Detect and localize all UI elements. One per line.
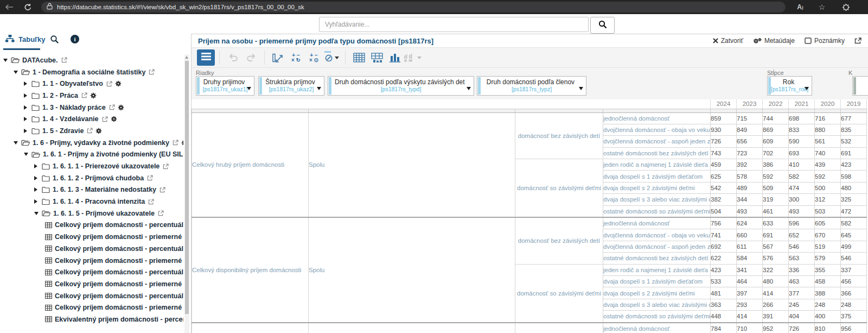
row-dim-struktura-prijmov[interactable]: Štruktúra príjmov [ps1817rs_ukaz2]: [258, 76, 324, 96]
expand-arrow-icon[interactable]: [24, 93, 31, 98]
redo-button[interactable]: [242, 49, 260, 66]
tree-item[interactable]: 1. 4 - Vzdelávanie: [0, 113, 183, 125]
tree-item[interactable]: 1. 6. 1. 2 - Príjmová chudoba: [0, 172, 183, 184]
bar-chart-view-button[interactable]: [386, 49, 404, 66]
external-link-icon[interactable]: [102, 116, 108, 122]
tree-item[interactable]: 1. 6. 1. 1 - Prierezové ukazovatele: [0, 160, 183, 172]
collapse-arrow-icon[interactable]: [3, 59, 10, 62]
site-lock-icon[interactable]: [47, 2, 53, 12]
tree-item[interactable]: 1. 6. 1. 5 - Príjmové ukazovatele: [0, 208, 183, 219]
menu-button[interactable]: [197, 49, 215, 66]
tree-item[interactable]: Celkový príjem domácnosti - priemerné pr…: [0, 255, 183, 267]
gear-icon[interactable]: [111, 116, 117, 122]
tree-item[interactable]: Celkový príjem domácnosti - priemerné pr…: [0, 278, 183, 290]
recalculate-rows-button[interactable]: + −× ↻: [287, 49, 305, 66]
info-icon[interactable]: i: [71, 35, 79, 43]
external-link-icon[interactable]: [173, 140, 178, 146]
gear-icon[interactable]: [95, 128, 102, 134]
tree-item[interactable]: 1. 6 - Príjmy, výdavky a životné podmien…: [0, 137, 183, 149]
collapse-arrow-icon[interactable]: [24, 153, 31, 156]
refresh-icon[interactable]: [22, 2, 34, 12]
external-link-icon[interactable]: [87, 128, 93, 134]
undo-button[interactable]: [224, 49, 242, 66]
table-chart-view-button[interactable]: [368, 49, 386, 66]
url-bar[interactable]: https://datacube.statistics.sk/#!/view/s…: [41, 2, 786, 12]
collapse-arrow-icon[interactable]: [14, 71, 21, 74]
browser-settings-icon[interactable]: [840, 2, 852, 12]
clipped-dim-box[interactable]: [852, 76, 868, 96]
gear-icon[interactable]: [181, 140, 183, 146]
tree-item[interactable]: Ekvivalentný príjem domácnosti - percent…: [0, 313, 183, 325]
tab-tables[interactable]: Tabuľky: [5, 35, 46, 44]
external-link-icon[interactable]: [163, 164, 169, 169]
tree-item[interactable]: DATAcube.: [0, 54, 183, 66]
value-cell: 363: [711, 299, 737, 310]
external-link-icon[interactable]: [148, 199, 154, 205]
search-button[interactable]: [590, 17, 615, 34]
tree-item[interactable]: Celkový príjem domácnosti - priemerné pr…: [0, 231, 183, 243]
metadata-button[interactable]: Metaúdaje: [753, 37, 795, 45]
recalculate-time-button[interactable]: + −× ⊙: [305, 49, 323, 66]
tree-item-label: Celkový príjem domácnosti - priemerné pr…: [55, 280, 183, 288]
row-dim-druhy-prijmov[interactable]: Druhy prijimov [ps1817rs_ukaz1]: [196, 76, 254, 96]
pivot-transpose-button[interactable]: [269, 49, 287, 66]
external-link-icon[interactable]: [106, 81, 112, 87]
tree-item[interactable]: 1. 2 - Práca: [0, 90, 183, 102]
table-view-button[interactable]: [350, 49, 368, 66]
hide-zero-button[interactable]: ⊘: [323, 49, 341, 66]
tree-item[interactable]: 1. 5 - Zdravie: [0, 125, 183, 137]
value-cell: 248: [841, 299, 867, 310]
scroll-up-arrow-icon[interactable]: [185, 56, 188, 59]
tree-item[interactable]: 1. 6. 1. 3 - Materiálne nedostatky: [0, 184, 183, 196]
tree-item[interactable]: Celkový príjem domácnosti - percentuálne…: [0, 219, 183, 231]
row-dim-typ-domacnosti-deti[interactable]: Druh domácnosti podľa výskytu závislých …: [328, 76, 474, 96]
expand-arrow-icon[interactable]: [34, 187, 41, 192]
household-group-cell: domácnosť bez závislých detí: [515, 217, 603, 264]
tree-item[interactable]: 1. 6. 1. 4 - Pracovná intenzita: [0, 196, 183, 208]
tree-item[interactable]: Celkový príjem domácnosti - percentuálne…: [0, 266, 183, 278]
external-link-icon[interactable]: [81, 92, 87, 98]
expand-arrow-icon[interactable]: [34, 164, 41, 168]
favorite-star-icon[interactable]: ☆: [816, 2, 828, 12]
gear-icon[interactable]: [118, 104, 124, 111]
gear-icon[interactable]: [115, 80, 122, 87]
external-link-icon[interactable]: [149, 69, 155, 75]
search-input[interactable]: [319, 17, 589, 32]
expand-arrow-icon[interactable]: [24, 81, 31, 86]
read-aloud-icon[interactable]: A): [794, 2, 806, 12]
share-external-icon[interactable]: [854, 37, 861, 44]
close-button[interactable]: Zatvoriť: [713, 37, 743, 45]
tree-item[interactable]: 1. 6. 1 - Príjmy a životné podmienky (EU…: [0, 149, 183, 161]
external-link-icon[interactable]: [61, 57, 67, 63]
collapse-arrow-icon[interactable]: [34, 212, 41, 215]
url-text: https://datacube.statistics.sk/#!/view/s…: [57, 4, 304, 10]
expand-arrow-icon[interactable]: [24, 105, 31, 110]
expand-arrow-icon[interactable]: [34, 199, 41, 204]
tree-item[interactable]: 1. 1 - Obyvateľstvo: [0, 78, 183, 90]
scrollbar-thumb[interactable]: [185, 61, 189, 314]
sidebar-scrollbar[interactable]: [184, 54, 189, 333]
tree-item[interactable]: 1 - Demografia a sociálne štatistiky: [0, 66, 183, 78]
more-charts-button[interactable]: [404, 49, 422, 66]
page-title: Príjem na osobu - priemerné príjmy podľa…: [198, 37, 433, 45]
collapse-arrow-icon[interactable]: [14, 141, 21, 144]
notes-button[interactable]: Poznámky: [805, 37, 845, 45]
expand-arrow-icon[interactable]: [24, 117, 31, 121]
tree-item[interactable]: Celkový príjem domácnosti - priemerné pr…: [0, 301, 183, 313]
tree-item[interactable]: Celkový príjem domácnosti - percentuálne…: [0, 290, 183, 302]
back-icon[interactable]: [3, 2, 15, 12]
external-link-icon[interactable]: [109, 104, 115, 110]
row-dim-typ-domacnosti-clenovia[interactable]: Druh domácnosti podľa členov [ps1817rs_t…: [477, 76, 586, 96]
expand-arrow-icon[interactable]: [34, 176, 41, 180]
gear-icon[interactable]: [90, 92, 97, 99]
external-link-icon[interactable]: [147, 175, 153, 181]
external-link-icon[interactable]: [159, 187, 165, 193]
value-cell: 740: [815, 147, 841, 159]
expand-arrow-icon[interactable]: [24, 129, 31, 133]
tree-item-label: Celkový príjem domácnosti - percentuálne…: [55, 292, 183, 300]
tree-item[interactable]: Celkový príjem domácnosti - percentuálne…: [0, 243, 183, 255]
col-dim-rok[interactable]: Rok [ps1817rs_rok]: [767, 76, 812, 96]
tree-item[interactable]: 1. 3 - Náklady práce: [0, 102, 183, 114]
sidebar-search-icon[interactable]: [50, 35, 59, 46]
external-link-icon[interactable]: [158, 210, 164, 216]
